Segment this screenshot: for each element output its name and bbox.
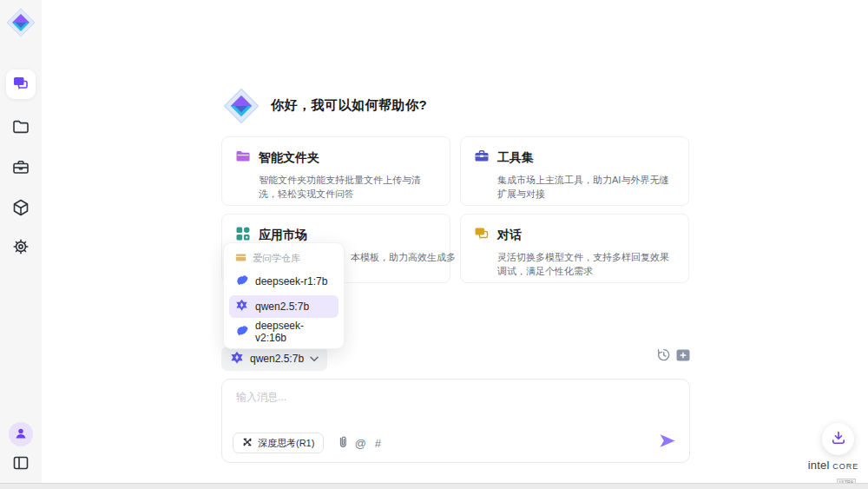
model-option-deepseek-v2[interactable]: deepseek-v2:16b xyxy=(229,320,339,343)
sidebar-item-folders[interactable] xyxy=(6,113,36,142)
send-icon xyxy=(659,438,676,451)
history-button[interactable] xyxy=(654,347,672,365)
composer-toolbar: 深度思考(R1) @ # xyxy=(233,433,386,453)
card-toolset[interactable]: 工具集 集成市场上主流工具，助力AI与外界无缝扩展与对接 xyxy=(460,136,689,206)
window-bottom-edge xyxy=(0,483,868,489)
folder-icon xyxy=(235,149,251,168)
model-dropdown: 爱问学仓库 deepseek-r1:7b qwen2.5:7b xyxy=(223,242,345,349)
model-repo-header: 爱问学仓库 xyxy=(229,248,339,268)
card-title: 工具集 xyxy=(497,150,534,166)
chat-icon xyxy=(12,75,30,95)
attachment-button[interactable] xyxy=(334,434,352,452)
message-input[interactable] xyxy=(236,390,670,425)
model-option-qwen[interactable]: qwen2.5:7b xyxy=(229,295,339,318)
sidebar-collapse-button[interactable] xyxy=(10,453,32,475)
card-description: 智能文件夹功能支持批量文件上传与清洗，轻松实现文件问答 xyxy=(259,173,437,201)
user-avatar[interactable] xyxy=(9,422,33,446)
card-conversation[interactable]: 对话 灵活切换多模型文件，支持多样回复效果调试，满足个性化需求 xyxy=(460,214,689,283)
card-description: 灵活切换多模型文件，支持多样回复效果调试，满足个性化需求 xyxy=(497,250,675,278)
chat-bubbles-icon xyxy=(474,226,490,245)
prompt-tag-button[interactable]: # xyxy=(369,434,386,452)
card-title: 应用市场 xyxy=(259,228,307,243)
download-icon xyxy=(831,430,846,448)
paperclip-icon xyxy=(337,435,349,451)
sidebar xyxy=(0,0,42,483)
sidebar-item-models[interactable] xyxy=(6,194,36,223)
person-icon xyxy=(14,426,28,443)
repo-icon xyxy=(235,252,247,265)
history-icon xyxy=(656,347,671,365)
new-chat-icon xyxy=(676,349,690,364)
model-option-deepseek-r1[interactable]: deepseek-r1:7b xyxy=(229,270,339,293)
panel-toggle-icon xyxy=(11,453,30,475)
card-smart-folder[interactable]: 智能文件夹 智能文件夹功能支持批量文件上传与清洗，轻松实现文件问答 xyxy=(221,136,450,206)
message-composer: 深度思考(R1) @ # xyxy=(221,379,690,463)
model-selector[interactable]: qwen2.5:7b xyxy=(221,347,327,371)
card-description: 集成市场上主流工具，助力AI与外界无缝扩展与对接 xyxy=(497,173,675,201)
app-window: 你好，我可以如何帮助你? 智能文件夹 智能文件夹功能支持批量文件上传与清洗，轻松… xyxy=(0,0,868,489)
mention-icon: @ xyxy=(355,438,366,449)
hash-icon: # xyxy=(375,438,381,449)
qwen-icon xyxy=(235,299,248,314)
deep-think-icon xyxy=(242,437,253,449)
send-button[interactable] xyxy=(658,433,677,451)
selected-model-label: qwen2.5:7b xyxy=(250,353,304,365)
card-description: 本模板，助力高效生成多 xyxy=(351,250,437,264)
qwen-icon xyxy=(230,351,244,367)
app-logo xyxy=(5,7,36,38)
gear-icon xyxy=(11,237,30,259)
card-title: 对话 xyxy=(497,228,522,243)
sidebar-item-chat[interactable] xyxy=(6,69,36,99)
page-title: 你好，我可以如何帮助你? xyxy=(271,97,427,114)
toolbox-icon xyxy=(474,149,490,168)
greeting-logo xyxy=(222,87,260,125)
chevron-down-icon xyxy=(310,353,319,365)
deepseek-icon xyxy=(235,274,248,289)
briefcase-icon xyxy=(11,158,30,180)
cube-icon xyxy=(11,198,30,220)
sidebar-item-settings[interactable] xyxy=(6,233,36,262)
card-title: 智能文件夹 xyxy=(259,150,319,166)
deepseek-icon xyxy=(235,324,248,340)
sidebar-item-toolbox[interactable] xyxy=(6,154,36,183)
new-chat-button[interactable] xyxy=(674,348,691,365)
mention-button[interactable]: @ xyxy=(352,434,369,452)
folder-icon xyxy=(11,117,30,139)
deep-think-toggle[interactable]: 深度思考(R1) xyxy=(233,433,324,453)
download-button[interactable] xyxy=(822,423,854,455)
